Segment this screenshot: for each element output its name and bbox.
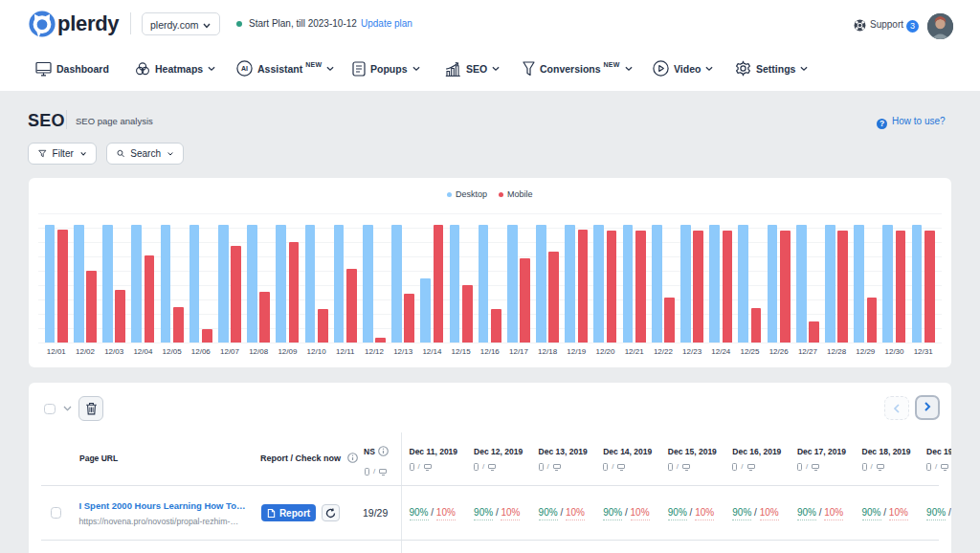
svg-text:AI: AI — [241, 65, 248, 72]
